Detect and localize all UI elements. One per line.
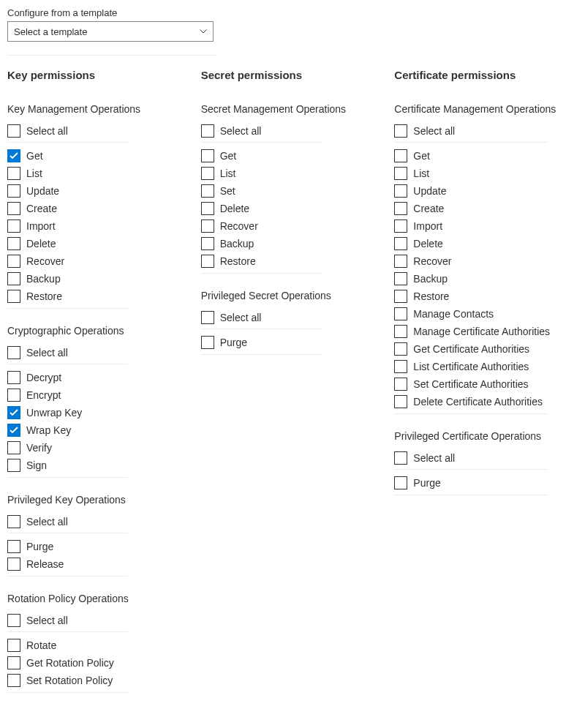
checkbox-recover[interactable]	[7, 255, 20, 268]
checkbox-delete[interactable]	[201, 202, 214, 215]
checkbox-purge[interactable]	[7, 540, 20, 553]
permission-unwrap-key: Unwrap Key	[7, 404, 191, 421]
divider	[7, 55, 216, 56]
checkbox-release[interactable]	[7, 558, 20, 571]
checkbox-encrypt[interactable]	[7, 389, 20, 402]
checkbox-create[interactable]	[7, 202, 20, 215]
checkbox-list[interactable]	[394, 167, 407, 180]
checkbox-get-certificate-authorities[interactable]	[394, 342, 407, 356]
checkbox-import[interactable]	[7, 219, 20, 233]
select-all-checkbox[interactable]	[7, 515, 20, 528]
permission-restore: Restore	[201, 252, 385, 270]
checkbox-restore[interactable]	[201, 255, 214, 268]
group-title: Key Management Operations	[7, 103, 191, 115]
select-all-checkbox[interactable]	[394, 451, 407, 465]
select-all-row: Select all	[7, 612, 191, 629]
checkbox-delete-certificate-authorities[interactable]	[394, 395, 407, 408]
group-cryptographic-operations: Cryptographic OperationsSelect allDecryp…	[7, 325, 191, 478]
permission-label: Encrypt	[26, 389, 61, 401]
permission-backup: Backup	[7, 270, 191, 288]
select-all-checkbox[interactable]	[201, 311, 214, 324]
select-all-row: Select all	[394, 122, 578, 140]
group-secret-management-operations: Secret Management OperationsSelect allGe…	[201, 103, 385, 274]
select-all-checkbox[interactable]	[7, 614, 20, 627]
select-all-checkbox[interactable]	[394, 124, 407, 138]
column-heading: Key permissions	[7, 69, 191, 81]
group-title: Cryptographic Operations	[7, 325, 191, 337]
checkbox-set-rotation-policy[interactable]	[7, 674, 20, 687]
permission-label: Purge	[26, 541, 53, 552]
checkbox-unwrap-key[interactable]	[7, 406, 20, 419]
permission-label: Purge	[413, 477, 440, 489]
permission-label: Get	[26, 150, 43, 162]
checkbox-update[interactable]	[394, 184, 407, 198]
checkbox-get-rotation-policy[interactable]	[7, 656, 20, 669]
checkbox-restore[interactable]	[7, 290, 20, 303]
checkbox-manage-contacts[interactable]	[394, 307, 407, 320]
permission-label: Restore	[220, 255, 256, 267]
checkbox-manage-certificate-authorities[interactable]	[394, 325, 407, 338]
permission-verify: Verify	[7, 439, 191, 457]
divider	[7, 477, 128, 478]
checkbox-get[interactable]	[394, 149, 407, 162]
checkbox-restore[interactable]	[394, 290, 407, 303]
permission-purge: Purge	[7, 538, 191, 555]
checkbox-set-certificate-authorities[interactable]	[394, 378, 407, 391]
checkbox-set[interactable]	[201, 184, 214, 198]
group-title: Privileged Certificate Operations	[394, 430, 578, 442]
checkbox-update[interactable]	[7, 184, 20, 198]
checkbox-get[interactable]	[201, 149, 214, 162]
group-title: Privileged Key Operations	[7, 494, 191, 506]
permission-set-rotation-policy: Set Rotation Policy	[7, 672, 191, 689]
permission-list: List	[201, 165, 385, 182]
checkbox-backup[interactable]	[394, 272, 407, 285]
permission-label: Get	[413, 150, 430, 162]
permission-label: Recover	[26, 255, 64, 267]
permission-label: Decrypt	[26, 372, 61, 383]
select-all-checkbox[interactable]	[7, 346, 20, 359]
checkbox-backup[interactable]	[7, 272, 20, 285]
select-all-label: Select all	[220, 312, 262, 323]
divider	[7, 308, 128, 309]
checkbox-recover[interactable]	[394, 255, 407, 268]
checkbox-import[interactable]	[394, 219, 407, 233]
checkbox-recover[interactable]	[201, 219, 214, 233]
select-all-checkbox[interactable]	[201, 124, 214, 138]
checkbox-purge[interactable]	[394, 476, 407, 489]
template-label: Configure from a template	[7, 7, 578, 18]
checkbox-create[interactable]	[394, 202, 407, 215]
permission-label: Purge	[220, 337, 247, 348]
divider	[7, 576, 128, 577]
checkbox-list-certificate-authorities[interactable]	[394, 360, 407, 373]
divider	[201, 354, 322, 355]
select-all-row: Select all	[7, 122, 191, 140]
permission-label: Set Rotation Policy	[26, 675, 113, 686]
divider	[7, 692, 128, 693]
select-all-label: Select all	[220, 125, 262, 137]
template-dropdown[interactable]: Select a template	[7, 21, 214, 42]
checkbox-rotate[interactable]	[7, 639, 20, 652]
checkbox-list[interactable]	[7, 167, 20, 180]
select-all-checkbox[interactable]	[7, 124, 20, 138]
divider	[7, 631, 128, 632]
checkbox-delete[interactable]	[7, 237, 20, 250]
permission-label: List	[26, 168, 42, 179]
group-privileged-secret-operations: Privileged Secret OperationsSelect allPu…	[201, 290, 385, 355]
checkbox-get[interactable]	[7, 149, 20, 162]
permission-label: Delete	[220, 203, 249, 214]
checkbox-purge[interactable]	[201, 336, 214, 349]
permission-label: Rotate	[26, 639, 56, 651]
checkbox-verify[interactable]	[7, 441, 20, 454]
checkbox-list[interactable]	[201, 167, 214, 180]
group-title: Secret Management Operations	[201, 103, 385, 115]
permission-update: Update	[7, 182, 191, 200]
checkbox-delete[interactable]	[394, 237, 407, 250]
permission-label: Backup	[26, 273, 61, 285]
permission-label: Import	[26, 220, 56, 232]
permission-update: Update	[394, 182, 578, 200]
checkbox-backup[interactable]	[201, 237, 214, 250]
checkbox-wrap-key[interactable]	[7, 424, 20, 437]
checkbox-sign[interactable]	[7, 459, 20, 472]
template-dropdown-value: Select a template	[14, 26, 87, 37]
checkbox-decrypt[interactable]	[7, 371, 20, 384]
